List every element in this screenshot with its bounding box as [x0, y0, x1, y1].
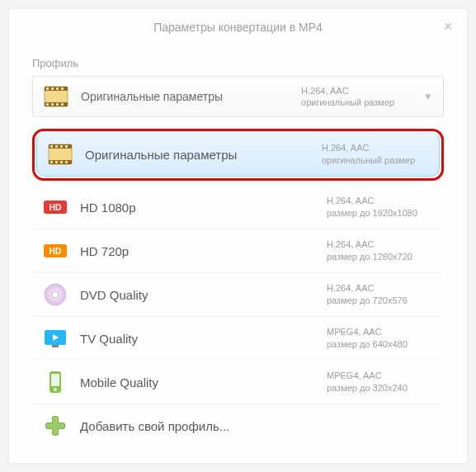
svg-rect-38 — [46, 423, 64, 428]
film-icon — [43, 83, 69, 110]
dropdown-selected-label: Оригинальные параметры — [81, 90, 301, 103]
profile-item-hd720[interactable]: HD HD 720p H.264, AAC размер до 1280х720 — [32, 229, 444, 272]
profile-list: HD HD 1080p H.264, AAC размер до 1920х10… — [9, 186, 467, 447]
disc-icon — [42, 281, 68, 308]
profile-item-label: DVD Quality — [80, 288, 327, 302]
profile-item-meta: MPEG4, AAC размер до 320х240 — [327, 370, 434, 394]
svg-rect-10 — [61, 103, 64, 106]
dialog-window: Параметры конвертации в MP4 × Профиль Ор… — [8, 8, 468, 464]
profile-item-original[interactable]: Оригинальные параметры H.264, AAC оригин… — [36, 133, 440, 177]
profile-item-dvd[interactable]: DVD Quality H.264, AAC размер до 720х576 — [32, 272, 444, 316]
svg-rect-14 — [50, 145, 53, 148]
svg-rect-20 — [60, 161, 63, 163]
selection-highlight: Оригинальные параметры H.264, AAC оригин… — [32, 129, 444, 181]
hd-red-icon: HD — [42, 194, 68, 220]
profile-item-add[interactable]: Добавить свой профиль... — [32, 404, 444, 447]
svg-text:HD: HD — [49, 203, 61, 212]
profile-item-label: Mobile Quality — [80, 375, 327, 389]
close-button[interactable]: × — [441, 21, 455, 35]
profile-item-mobile[interactable]: Mobile Quality MPEG4, AAC размер до 320х… — [32, 360, 444, 404]
svg-rect-16 — [60, 145, 63, 148]
film-icon — [47, 141, 73, 168]
dialog-header: Параметры конвертации в MP4 × — [9, 9, 467, 45]
plus-icon — [42, 413, 68, 439]
svg-rect-6 — [61, 87, 64, 90]
svg-rect-19 — [55, 161, 58, 163]
profile-item-tv[interactable]: TV Quality MPEG4, AAC размер до 640х480 — [32, 316, 444, 360]
mobile-icon — [42, 369, 68, 395]
svg-rect-4 — [51, 87, 54, 90]
profile-section-label: Профиль — [9, 45, 467, 76]
svg-rect-9 — [56, 103, 59, 106]
svg-rect-7 — [46, 103, 49, 106]
svg-rect-17 — [65, 145, 68, 148]
profile-item-meta: H.264, AAC размер до 1920х1080 — [327, 195, 434, 219]
profile-item-label: TV Quality — [80, 332, 327, 346]
tv-icon — [42, 325, 68, 352]
profile-item-meta: H.264, AAC размер до 1280х720 — [327, 238, 434, 263]
profile-dropdown[interactable]: Оригинальные параметры H.264, AAC оригин… — [32, 76, 444, 117]
profile-item-meta: H.264, AAC оригинальный размер — [322, 142, 429, 167]
svg-rect-15 — [55, 145, 58, 148]
hd-orange-icon: HD — [42, 238, 68, 264]
profile-item-meta: MPEG4, AAC размер до 640х480 — [327, 326, 434, 351]
profile-item-label: HD 1080p — [80, 201, 327, 215]
dropdown-selected-meta: H.264, AAC оригинальный размер — [301, 85, 408, 109]
chevron-down-icon: ▼ — [423, 91, 433, 102]
profile-item-label: Оригинальные параметры — [85, 148, 322, 162]
svg-point-34 — [54, 388, 57, 391]
svg-rect-8 — [51, 103, 54, 106]
svg-rect-21 — [65, 161, 68, 163]
svg-text:HD: HD — [49, 247, 61, 256]
profile-item-hd1080[interactable]: HD HD 1080p H.264, AAC размер до 1920х10… — [32, 186, 444, 229]
svg-rect-33 — [51, 374, 59, 386]
svg-rect-18 — [50, 161, 53, 163]
profile-item-label: HD 720p — [80, 244, 327, 258]
svg-rect-31 — [52, 345, 59, 347]
profile-item-label: Добавить свой профиль... — [80, 419, 327, 433]
dialog-title: Параметры конвертации в MP4 — [24, 21, 452, 34]
profile-item-meta: H.264, AAC размер до 720х576 — [327, 282, 434, 307]
svg-point-28 — [52, 291, 59, 298]
svg-rect-3 — [46, 87, 49, 90]
svg-rect-5 — [56, 87, 59, 90]
